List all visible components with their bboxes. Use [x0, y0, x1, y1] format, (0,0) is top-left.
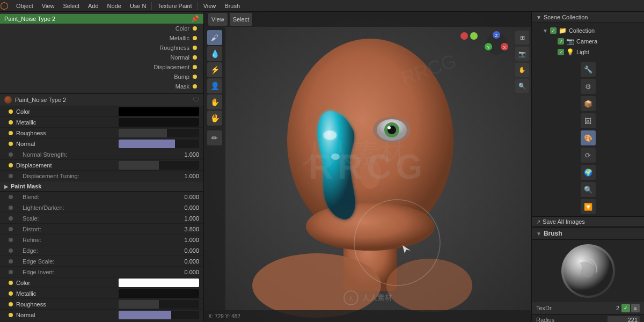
radius-row: Radius	[532, 314, 644, 322]
vp-move-btn[interactable]: ✋	[515, 63, 529, 77]
socket-normal-top: Normal	[0, 53, 203, 62]
socket-displacement: Displacement	[0, 62, 203, 72]
color-bar-bot[interactable]	[119, 279, 199, 287]
prop-color-bot[interactable]: Color	[0, 277, 203, 288]
tool-smear[interactable]: 🖐	[207, 111, 222, 126]
viewport[interactable]: RRCG 人人素材 RRCG View Select 🖌 💧 ⚡ 👤 ✋ 🖐 ✏	[204, 12, 531, 322]
ri-btn-1[interactable]: 🔧	[581, 62, 596, 77]
texdr-check[interactable]: ✓	[621, 304, 630, 312]
svg-text:Y: Y	[487, 46, 490, 49]
ri-btn-7[interactable]: 🌍	[581, 165, 596, 180]
roughness-bar-bot[interactable]	[119, 300, 199, 309]
tree-item-collection[interactable]: ▼ ✓ 📁 Collection	[532, 25, 644, 36]
save-all-label: Save All Images	[543, 218, 585, 225]
prop-normal[interactable]: Normal	[0, 138, 203, 149]
tree-item-light[interactable]: ▷ ✓ 💡 Light	[532, 47, 644, 57]
scene-collection-label: Scene Collection	[544, 14, 588, 20]
menu-view[interactable]: View	[38, 3, 59, 9]
dot-edge-invert	[9, 270, 13, 274]
right-panel: ▼ Scene Collection ▼ ✓ 📁 Collection ▷ ✓ …	[531, 12, 644, 322]
menu-select[interactable]: Select	[58, 3, 84, 9]
tool-move[interactable]: ✋	[207, 94, 222, 109]
roughness-label: Roughness	[16, 130, 119, 136]
material-header: Paint_Noise Type 2 🛡	[0, 94, 203, 106]
prop-edge[interactable]: Edge: 0.000	[0, 245, 203, 256]
normal-bar-bot[interactable]	[119, 311, 199, 319]
prop-normal-strength[interactable]: Normal Strength: 1.000	[0, 149, 203, 160]
vp-zoom-btn[interactable]: 🔍	[515, 79, 529, 93]
tool-soften[interactable]: ⚡	[207, 62, 222, 77]
ri-btn-6[interactable]: ⟳	[581, 148, 596, 163]
save-icon: ↗	[536, 219, 540, 225]
ri-btn-4[interactable]: 🖼	[581, 113, 596, 128]
prop-metallic[interactable]: Metallic	[0, 117, 203, 128]
color-dots	[460, 32, 478, 40]
normal-bar[interactable]	[119, 140, 199, 148]
prop-color[interactable]: Color	[0, 106, 203, 117]
prop-dot-metallic	[9, 120, 13, 125]
prop-displacement[interactable]: Displacement	[0, 160, 203, 171]
menu-node[interactable]: Node	[103, 3, 126, 9]
menu-add[interactable]: Add	[84, 3, 103, 9]
prop-edge-invert[interactable]: Edge Invert: 0.000	[0, 267, 203, 277]
prop-normal-bot[interactable]: Normal	[0, 310, 203, 320]
menu-view2[interactable]: View	[199, 3, 221, 9]
tree-item-camera[interactable]: ▷ ✓ 📷 Camera	[532, 36, 644, 47]
save-all-images-btn[interactable]: ↗ Save All Images	[532, 217, 644, 227]
socket-color: Color	[0, 24, 203, 33]
svg-point-8	[360, 157, 381, 189]
metallic-bar[interactable]	[119, 118, 199, 127]
tool-mask[interactable]: 👤	[207, 78, 222, 93]
ri-btn-9[interactable]: 🔽	[581, 199, 596, 214]
ri-btn-5[interactable]: 🎨	[581, 130, 596, 145]
tool-paint[interactable]: 🖌	[207, 30, 222, 45]
ri-btn-3[interactable]: 📦	[581, 96, 596, 111]
prop-refine[interactable]: Refine: 1.000	[0, 235, 203, 245]
prop-lighten[interactable]: Lighten/Darken: 0.000	[0, 202, 203, 213]
texdr-menu[interactable]: ≡	[631, 304, 640, 312]
checkbox-collection[interactable]: ✓	[550, 27, 557, 34]
roughness-bar[interactable]	[119, 129, 199, 137]
prop-roughness-bot[interactable]: Roughness	[0, 299, 203, 310]
vp-grid-btn[interactable]: ⊞	[515, 31, 529, 45]
viewport-select-btn[interactable]: Select	[230, 13, 253, 26]
brush-section-header[interactable]: ▼ Brush	[532, 227, 644, 240]
nav-gizmo[interactable]: Z X Y	[483, 31, 510, 57]
dot-edge	[9, 248, 13, 253]
radius-input[interactable]	[608, 316, 640, 322]
shield-icon: 🛡	[193, 96, 199, 104]
prop-edge-scale[interactable]: Edge Scale: 0.000	[0, 256, 203, 267]
checkbox-light[interactable]: ✓	[558, 49, 564, 55]
prop-blend[interactable]: Blend: 0.000	[0, 192, 203, 202]
prop-distort[interactable]: Distort: 3.800	[0, 224, 203, 235]
blender-logo: ⬡	[0, 0, 9, 12]
menu-usen[interactable]: Use N	[126, 3, 151, 9]
edge-invert-value: 0.000	[184, 269, 199, 275]
color-bar[interactable]	[119, 107, 199, 116]
prop-disp-tuning[interactable]: Displacement Tuning: 1.000	[0, 171, 203, 181]
displacement-bar[interactable]	[119, 161, 199, 170]
roughness-bot-label: Roughness	[16, 301, 119, 308]
metallic-bar-bot[interactable]	[119, 289, 199, 298]
prop-roughness[interactable]: Roughness	[0, 128, 203, 138]
tool-annotate[interactable]: ✏	[207, 130, 222, 145]
viewport-menu-btn[interactable]: View	[208, 13, 228, 26]
chinese-watermark: 人 人人素材	[343, 290, 392, 306]
ri-btn-8[interactable]: 🔍	[581, 182, 596, 197]
prop-metallic-bot[interactable]: Metallic	[0, 288, 203, 299]
paint-mask-section[interactable]: ▶ Paint Mask	[0, 181, 203, 192]
material-panel: Paint_Noise Type 2 🛡 Color Metallic Roug…	[0, 94, 203, 322]
tool-fill[interactable]: 💧	[207, 46, 222, 61]
ri-btn-2[interactable]: ⚙	[581, 79, 596, 94]
menu-object[interactable]: Object	[12, 3, 38, 9]
checkbox-camera[interactable]: ✓	[558, 38, 564, 45]
menu-texture-paint[interactable]: Texture Paint	[153, 3, 196, 9]
socket-roughness-top: Roughness	[0, 43, 203, 53]
camera-label: Camera	[576, 38, 597, 45]
material-name-label: Paint_Noise Type 2	[15, 97, 193, 103]
prop-scale[interactable]: Scale: 1.000	[0, 213, 203, 224]
texdr-value: 2	[616, 305, 619, 311]
vp-camera-btn[interactable]: 📷	[515, 47, 529, 61]
menu-brush[interactable]: Brush	[220, 3, 244, 9]
texdr-row: TexDr. 2 ✓ ≡	[532, 302, 644, 314]
